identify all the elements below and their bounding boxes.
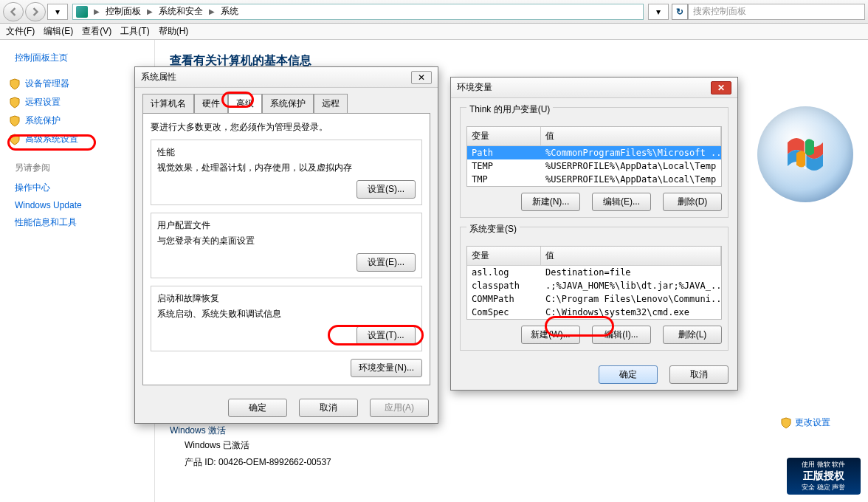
right-pane: 更改设置 [757,106,853,429]
related-action-center[interactable]: 操作中心 [6,179,148,197]
refresh-button[interactable]: ↻ [672,4,688,20]
chevron-right-icon: ▶ [91,7,103,16]
nav-history-dropdown[interactable]: ▾ [47,4,68,20]
tab-computer-name[interactable]: 计算机名 [142,94,194,113]
profiles-desc: 与您登录有关的桌面设置 [157,235,416,247]
breadcrumb-item[interactable]: 控制面板 [106,5,141,18]
tab-protection[interactable]: 系统保护 [262,94,314,113]
product-id: 产品 ID: 00426-OEM-8992662-00537 [185,456,331,469]
close-button[interactable]: ✕ [411,71,432,84]
genuine-sub: 安全 稳定 声誉 [802,483,845,492]
change-settings-link[interactable]: 更改设置 [780,416,830,429]
menu-view[interactable]: 查看(V) [82,25,111,38]
shield-icon [9,97,21,109]
apply-button[interactable]: 应用(A) [370,399,429,417]
user-delete-button[interactable]: 删除(D) [663,193,722,211]
search-input[interactable]: 搜索控制面板 [688,4,865,20]
menu-help[interactable]: 帮助(H) [159,25,189,38]
shield-icon [9,134,21,145]
startup-desc: 系统启动、系统失败和调试信息 [157,308,416,320]
profiles-group: 用户配置文件 与您登录有关的桌面设置 设置(E)... [151,213,422,278]
env-vars-button[interactable]: 环境变量(N)... [351,359,422,377]
sys-vars-group: 系统变量(S) 变量 值 asl.logDestination=fileclas… [460,227,728,351]
address-dropdown[interactable]: ▾ [648,4,669,20]
sidebar-item-label: 系统保护 [25,114,61,127]
user-vars-table[interactable]: 变量 值 Path%CommonProgramFiles%\Microsoft … [466,126,722,187]
sidebar-item-label: 远程设置 [25,96,61,109]
table-row[interactable]: TMP%USERPROFILE%\AppData\Local\Temp [467,173,721,186]
system-properties-dialog: 系统属性 ✕ 计算机名 硬件 高级 系统保护 远程 要进行大多数更改，您必须作为… [134,66,438,424]
sys-new-button[interactable]: 新建(W)... [521,326,580,344]
sidebar: 控制面板主页 设备管理器 远程设置 系统保护 高级系统设置 另请参阅 操作中心 … [0,40,155,502]
sidebar-item-label: 高级系统设置 [25,133,78,145]
startup-title: 启动和故障恢复 [157,292,416,305]
control-panel-home-link[interactable]: 控制面板主页 [6,49,148,75]
table-row[interactable]: asl.logDestination=file [467,266,721,279]
col-variable: 变量 [467,127,541,145]
perf-desc: 视觉效果，处理器计划，内存使用，以及虚拟内存 [157,162,416,174]
breadcrumb-item[interactable]: 系统 [221,5,238,18]
back-button[interactable] [3,2,24,21]
col-variable: 变量 [467,247,541,265]
sys-edit-button[interactable]: 编辑(I)... [592,326,651,344]
menu-tools[interactable]: 工具(T) [120,25,149,38]
menu-bar: 文件(F) 编辑(E) 查看(V) 工具(T) 帮助(H) [0,24,868,40]
sys-vars-table[interactable]: 变量 值 asl.logDestination=fileclasspath.;%… [466,246,722,320]
related-windows-update[interactable]: Windows Update [6,197,148,213]
ok-button[interactable]: 确定 [228,399,287,417]
table-row[interactable]: ComSpecC:\Windows\system32\cmd.exe [467,306,721,319]
title-bar: ▾ ▶ 控制面板 ▶ 系统和安全 ▶ 系统 ▾ ↻ 搜索控制面板 [0,0,868,24]
tab-advanced[interactable]: 高级 [228,94,262,113]
perf-settings-button[interactable]: 设置(S)... [356,180,416,199]
col-value: 值 [541,247,721,265]
genuine-badge: 使用 微软 软件 正版授权 安全 稳定 声誉 [787,458,861,495]
sidebar-item-device-manager[interactable]: 设备管理器 [6,75,148,93]
profiles-settings-button[interactable]: 设置(E)... [356,253,416,272]
tab-hardware[interactable]: 硬件 [194,94,228,113]
shield-icon [9,115,21,127]
startup-settings-button[interactable]: 设置(T)... [356,326,416,345]
chevron-right-icon: ▶ [206,7,218,16]
breadcrumb-item[interactable]: 系统和安全 [159,5,203,18]
sidebar-item-remote[interactable]: 远程设置 [6,93,148,111]
ok-button[interactable]: 确定 [599,365,658,384]
cancel-button[interactable]: 取消 [299,399,358,417]
table-row[interactable]: COMMPathC:\Program Files\Lenovo\Communi.… [467,292,721,306]
genuine-top: 使用 微软 软件 [802,460,845,470]
menu-edit[interactable]: 编辑(E) [44,25,73,38]
table-row[interactable]: TEMP%USERPROFILE%\AppData\Local\Temp [467,159,721,173]
see-also-header: 另请参阅 [6,162,148,174]
shield-icon [780,417,792,429]
genuine-main: 正版授权 [803,470,844,483]
cancel-button[interactable]: 取消 [669,365,728,384]
chevron-right-icon: ▶ [144,7,156,16]
performance-group: 性能 视觉效果，处理器计划，内存使用，以及虚拟内存 设置(S)... [151,140,422,205]
close-button[interactable]: ✕ [711,81,731,94]
sys-delete-button[interactable]: 删除(L) [663,326,722,344]
forward-button[interactable] [25,2,46,21]
tab-remote[interactable]: 远程 [314,94,348,113]
env-vars-dialog: 环境变量 ✕ Think 的用户变量(U) 变量 值 Path%CommonPr… [450,77,738,391]
envdlg-title-text: 环境变量 [457,81,492,94]
control-panel-icon [76,6,88,18]
shield-icon [9,78,21,90]
sidebar-item-label: 设备管理器 [25,78,69,90]
envdlg-titlebar[interactable]: 环境变量 ✕ [451,78,737,98]
sidebar-item-protection[interactable]: 系统保护 [6,111,148,130]
startup-group: 启动和故障恢复 系统启动、系统失败和调试信息 设置(T)... [151,286,422,351]
windows-logo [757,106,853,202]
user-vars-group: Think 的用户变量(U) 变量 值 Path%CommonProgramFi… [460,107,728,218]
admin-note: 要进行大多数更改，您必须作为管理员登录。 [151,121,422,134]
dialog-titlebar[interactable]: 系统属性 ✕ [135,67,438,88]
user-new-button[interactable]: 新建(N)... [521,193,580,211]
table-row[interactable]: Path%CommonProgramFiles%\Microsoft ... [467,146,721,159]
dialog-title-text: 系统属性 [141,71,176,83]
user-edit-button[interactable]: 编辑(E)... [592,193,651,211]
sidebar-item-advanced[interactable]: 高级系统设置 [6,130,148,148]
address-bar[interactable]: ▶ 控制面板 ▶ 系统和安全 ▶ 系统 [72,4,644,20]
related-performance[interactable]: 性能信息和工具 [6,213,148,232]
user-vars-legend: Think 的用户变量(U) [466,103,553,116]
table-row[interactable]: classpath.;%JAVA_HOME%\lib\dt.jar;%JAVA_… [467,279,721,292]
activation-status: Windows 已激活 [185,439,249,452]
menu-file[interactable]: 文件(F) [6,25,35,38]
